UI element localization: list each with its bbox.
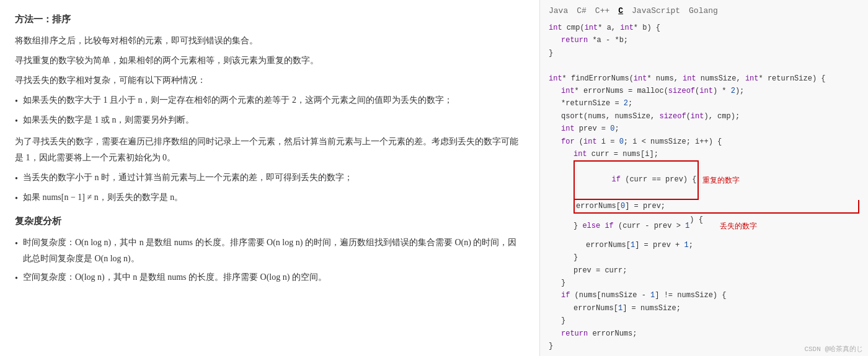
code-line-3: }: [549, 47, 859, 59]
complexity-item-2: • 空间复杂度：O(log n)，其中 n 是数组 nums 的长度。排序需要 …: [15, 269, 525, 287]
complexity-text-1: 时间复杂度：O(n log n)，其中 n 是数组 nums 的长度。排序需要 …: [23, 235, 525, 267]
bullet-item-2-1: • 当丢失的数字小于 n 时，通过计算当前元素与上一个元素的差，即可得到丢失的数…: [15, 170, 525, 187]
code-line-17: }: [549, 277, 859, 289]
code-line-10: int curr = nums[i];: [549, 148, 859, 160]
code-line-blank1: [549, 59, 859, 72]
lang-tabs[interactable]: Java C# C++ C JavaScript Golang: [549, 6, 859, 15]
section2-title: 复杂度分析: [15, 213, 525, 230]
tab-java[interactable]: Java: [549, 6, 568, 15]
para2: 寻找重复的数字较为简单，如果相邻的两个元素相等，则该元素为重复的数字。: [15, 53, 525, 69]
bullet-dot: •: [15, 236, 18, 252]
code-line-4: int* findErrorNums(int* nums, int numsSi…: [549, 72, 859, 85]
code-block: int cmp(int* a, int* b) { return *a - *b…: [549, 22, 859, 352]
tab-csharp[interactable]: C#: [577, 6, 587, 15]
bullet-dot: •: [15, 93, 18, 110]
bullet-text-1-1: 如果丢失的数字大于 1 且小于 n，则一定存在相邻的两个元素的差等于 2，这两个…: [23, 92, 453, 108]
bullet-text-2-1: 当丢失的数字小于 n 时，通过计算当前元素与上一个元素的差，即可得到丢失的数字；: [23, 170, 353, 186]
left-panel: 方法一：排序 将数组排序之后，比较每对相邻的元素，即可找到错误的集合。 寻找重复…: [0, 0, 539, 356]
bullet-text-2-2: 如果 nums[n − 1] ≠ n，则丢失的数字是 n。: [23, 189, 183, 206]
code-line-2: return *a - *b;: [549, 34, 859, 46]
code-line-1: int cmp(int* a, int* b) {: [549, 22, 859, 34]
code-line-13: } else if (curr - prev > 1) { 丢失的数字: [549, 214, 859, 239]
complexity-list: • 时间复杂度：O(n log n)，其中 n 是数组 nums 的长度。排序需…: [15, 235, 525, 287]
para3: 寻找丢失的数字相对复杂，可能有以下两种情况：: [15, 72, 525, 89]
code-line-21: return errorNums;: [549, 328, 859, 340]
code-line-18: if (nums[numsSize - 1] != numsSize) {: [549, 289, 859, 302]
code-line-16: prev = curr;: [549, 264, 859, 277]
code-line-14: errorNums[1] = prev + 1;: [549, 239, 859, 251]
para4: 为了寻找丢失的数字，需要在遍历已排序数组的同时记录上一个元素，然后计算当前元素与…: [15, 134, 525, 166]
tab-golang[interactable]: Golang: [689, 6, 718, 15]
bullet-item-1-2: • 如果丢失的数字是 1 或 n，则需要另外判断。: [15, 112, 525, 129]
code-line-20: }: [549, 315, 859, 327]
code-line-19: errorNums[1] = numsSize;: [549, 302, 859, 315]
bullet-text-1-2: 如果丢失的数字是 1 或 n，则需要另外判断。: [23, 112, 195, 128]
annotation-duplicate: 重复的数字: [702, 174, 740, 186]
code-line-15: }: [549, 251, 859, 264]
annotation-missing: 丢失的数字: [720, 220, 757, 232]
watermark: CSDN @哈茶真的じ: [804, 344, 863, 354]
code-line-6: *returnSize = 2;: [549, 97, 859, 110]
bullet-dot: •: [15, 191, 18, 207]
tab-cpp[interactable]: C++: [595, 6, 609, 15]
bullet-list-2: • 当丢失的数字小于 n 时，通过计算当前元素与上一个元素的差，即可得到丢失的数…: [15, 170, 525, 207]
bullet-dot: •: [15, 171, 18, 187]
complexity-text-2: 空间复杂度：O(log n)，其中 n 是数组 nums 的长度。排序需要 O(…: [23, 269, 327, 285]
right-panel: Java C# C++ C JavaScript Golang int cmp(…: [539, 0, 868, 356]
bullet-dot: •: [15, 113, 18, 129]
para1: 将数组排序之后，比较每对相邻的元素，即可找到错误的集合。: [15, 33, 525, 49]
bullet-item-1-1: • 如果丢失的数字大于 1 且小于 n，则一定存在相邻的两个元素的差等于 2，这…: [15, 92, 525, 110]
code-line-11: if (curr == prev) { 重复的数字: [549, 160, 859, 199]
code-line-7: qsort(nums, numsSize, sizeof(int), cmp);: [549, 110, 859, 123]
complexity-item-1: • 时间复杂度：O(n log n)，其中 n 是数组 nums 的长度。排序需…: [15, 235, 525, 267]
code-line-12: errorNums[0] = prev;: [574, 200, 859, 214]
tab-c[interactable]: C: [618, 6, 623, 15]
bullet-item-2-2: • 如果 nums[n − 1] ≠ n，则丢失的数字是 n。: [15, 189, 525, 207]
code-line-9: for (int i = 0; i < numsSize; i++) {: [549, 136, 859, 148]
bullet-list-1: • 如果丢失的数字大于 1 且小于 n，则一定存在相邻的两个元素的差等于 2，这…: [15, 92, 525, 129]
code-line-5: int* errorNums = malloc(sizeof(int) * 2)…: [549, 85, 859, 97]
code-line-8: int prev = 0;: [549, 123, 859, 135]
bullet-dot: •: [15, 271, 18, 287]
tab-javascript[interactable]: JavaScript: [632, 6, 680, 15]
section1-title: 方法一：排序: [15, 11, 525, 28]
